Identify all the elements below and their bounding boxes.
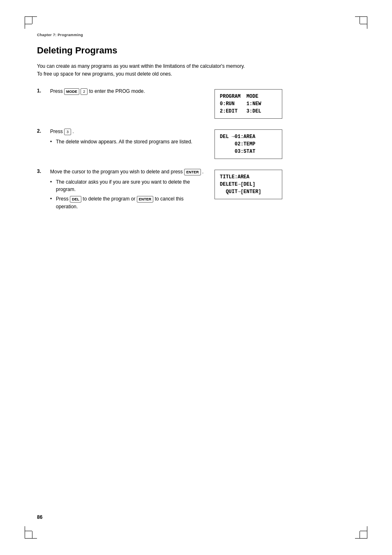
- section-title: Deleting Programs: [37, 45, 355, 56]
- key-2: 2: [81, 88, 88, 95]
- page-number: 86: [37, 514, 42, 520]
- step-1-press: Press: [50, 88, 64, 94]
- screen-1: PROGRAM MODE 0:RUN 1:NEW 2:EDIT 3:DEL: [214, 89, 282, 119]
- step-2-press: Press: [50, 129, 64, 134]
- corner-bl: [25, 526, 37, 539]
- corner-tl: [25, 16, 37, 29]
- corner-tr: [355, 16, 367, 29]
- key-del: DEL: [70, 196, 81, 203]
- tick-tr-v: [360, 16, 360, 24]
- tick-tl-v: [32, 16, 32, 24]
- step-3-bullet-2-mid: to delete the program or: [83, 196, 136, 202]
- step-3-content: Move the cursor to the program you wish …: [50, 168, 206, 212]
- step-2-number: 2.: [37, 128, 50, 134]
- screen-3: TITLE:AREA DELETE→[DEL] QUIT→[ENTER]: [214, 170, 282, 199]
- step-3-bullet-2: Press DEL to delete the program or ENTER…: [50, 195, 206, 210]
- step-1-rest: to enter the PROG mode.: [89, 88, 145, 94]
- key-mode: MODE: [64, 88, 79, 95]
- tick-br-h: [360, 531, 367, 531]
- step-1-number: 1.: [37, 88, 50, 94]
- step-3-number: 3.: [37, 168, 50, 174]
- step-3-bullet-1: The calculator asks you if you are sure …: [50, 178, 206, 193]
- step-3-period: .: [202, 169, 203, 175]
- tick-tr-h: [360, 24, 367, 24]
- tick-bl-v: [32, 531, 32, 539]
- step-2-text: Press 3 .: [50, 128, 206, 136]
- tick-br-v: [360, 531, 360, 539]
- tick-tl-h: [25, 24, 32, 24]
- chapter-label: Chapter 7: Programming: [37, 33, 355, 37]
- corner-br: [355, 526, 367, 539]
- step-2-bullets: The delete window appears. All the store…: [50, 138, 206, 146]
- step-1-content: Press MODE 2 to enter the PROG mode.: [50, 88, 206, 98]
- key-enter-2: ENTER: [137, 196, 154, 203]
- step-3-bullet-2-press: Press: [56, 196, 70, 202]
- step-2-period: .: [72, 129, 74, 134]
- step-2-bullet-1: The delete window appears. All the store…: [50, 138, 206, 146]
- step-1-text: Press MODE 2 to enter the PROG mode.: [50, 88, 206, 95]
- step-1-row: 1. Press MODE 2 to enter the PROG mode. …: [37, 88, 355, 119]
- tick-bl-h: [25, 531, 32, 531]
- step-3-row: 3. Move the cursor to the program you wi…: [37, 168, 355, 212]
- step-2-content: Press 3 . The delete window appears. All…: [50, 128, 206, 147]
- step-3-text: Move the cursor to the program you wish …: [50, 168, 206, 176]
- step-3-move: Move the cursor to the program you wish …: [50, 169, 184, 175]
- key-3: 3: [64, 129, 71, 135]
- step-3-bullets: The calculator asks you if you are sure …: [50, 178, 206, 210]
- page: Chapter 7: Programming Deleting Programs…: [0, 0, 392, 555]
- screen-2: DEL →01:AREA 02:TEMP 03:STAT: [214, 129, 282, 159]
- step-2-row: 2. Press 3 . The delete window appears. …: [37, 128, 355, 159]
- key-enter-1: ENTER: [184, 169, 201, 175]
- intro-text: You can create as many programs as you w…: [37, 62, 251, 78]
